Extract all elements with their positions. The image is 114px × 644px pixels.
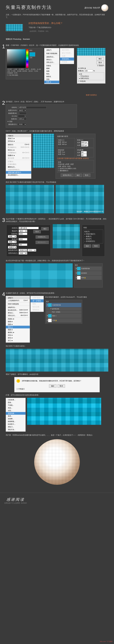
step2-text2: Ctrl+V（粘贴）然后重点来了，在对象里选择 创建对象马赛克，调整拼贴数量 (6, 130, 108, 132)
menu-create-mosaic[interactable]: 创建对象马赛克(J)... (6, 171, 31, 174)
step3-text2: 放大到100%显示如下图一样的颜色过渡，好像分辨线 = So，把最初的蓝色填充划… (6, 259, 108, 262)
mosaic-preview (33, 134, 54, 168)
footer-author: 蓝白白兔 与你分享 (84, 6, 100, 9)
cancel-button[interactable]: 取消 (96, 61, 104, 64)
mosaic-dialog[interactable]: 创建对象马赛克 当前大小: 宽度: 800 px 高度: 800 px 新建大小… (56, 134, 96, 179)
ok-button[interactable]: 确定 (49, 384, 56, 388)
step-number-2: 2 (2, 100, 5, 106)
object-menu[interactable]: 对象(O) 变换(T) ► 排列(A) ► 编组(G)Ctrl+G 取消编组(U… (6, 134, 31, 179)
menu-noise[interactable]: 杂色 ► (44, 80, 59, 83)
filter-menu-2[interactable]: 滤镜(T) 上次滤镜操作(F)Ctrl+F 转换为智能滤镜 滤镜库(G)... … (6, 296, 30, 343)
cancel-button[interactable]: 取消 (33, 230, 41, 233)
thanks-text: 感谢阅读 (4, 497, 27, 502)
layer-item[interactable]: 👁 蓝色填充 (75, 271, 102, 275)
step4-text4: 增加了滤镜后，你可以栅格化，ps会提示你 (6, 373, 108, 376)
layers-panel[interactable]: 图层 👁 矢量智能对象 👁 蓝色填充 👁 背景 🔒 (74, 263, 102, 288)
cancel-button[interactable]: 取消 (92, 244, 100, 248)
sharpen-submenu[interactable]: USM 锐化... 进一步锐化 锐化 锐化边缘 智能锐化... (30, 296, 44, 312)
warning-icon: ! (16, 379, 20, 383)
mosaic-result-2: 双击选中，看着敲之前杂色图层的功劳 XD (56, 185, 104, 213)
step-number-1: 1 (2, 44, 5, 50)
menu-sharpen-more[interactable]: 进一步锐化 (30, 299, 44, 302)
menu-sharpen[interactable]: 锐化 ► (6, 326, 30, 328)
sample-thumb (6, 24, 23, 31)
intro-p3: （如有雷同，不胜荣幸！XD） (28, 30, 63, 32)
cancel-button[interactable]: 取消 (58, 384, 65, 388)
step-number-4: 4 (2, 292, 5, 297)
step4-text5: 扩展：还可以继续给好的马赛克增加效果哦~ (6, 394, 108, 396)
required-software: 需要软件 Photoshop、Illustrator (0, 38, 114, 40)
ok-button[interactable]: 确定 (84, 244, 91, 248)
layers-panel-2[interactable]: 图层 👁 矢量智能对象 👁 ◉ 智能滤镜 👁 进一步锐化 👁 图层 1 👁 背景… (45, 300, 82, 324)
step4-text: 在滤镜中选择 进一步锐化，淘气的你可以试试其他的锐化效果哦~ (6, 292, 108, 294)
ok-button[interactable]: 确定 (96, 57, 104, 60)
layer-smart-obj[interactable]: 👁 矢量智能对象 (46, 303, 81, 307)
layer-smart-filter[interactable]: 👁 ◉ 智能滤镜 (46, 308, 81, 310)
menu-add-noise[interactable]: 添加杂色... (60, 58, 74, 60)
step1-text: 新建一个800*800（方的就行）的文件，选一个想要的颜色填充图层，在滤镜菜单中… (6, 44, 108, 46)
noise-dialog[interactable]: 确定 取消 ☑ 预览(P) ⊟ 100% ⊞ 数量(A): % 分布 ○ 平均分… (77, 56, 106, 84)
paste-dialog[interactable]: 粘贴 粘贴为: ● 智能对象(O) ○ 像素(X) ○ 路径(P) ○ 形状图层… (82, 225, 105, 256)
layer-item[interactable]: 👁 背景 🔒 (46, 318, 81, 322)
step2-text: 选中图层，Ctrl+A（全选）再Ctrl+C（复制），打开 Illustrato… (6, 100, 108, 103)
mosaic-enlarged (6, 263, 73, 288)
footer-avatar (101, 4, 108, 12)
artistic-menu[interactable]: 幻彩效果... 壁画... 干画笔... 木刻... 水彩... 海报边缘...… (6, 398, 26, 432)
intro-p2: 下面介绍一下兔主想到的办法~ (28, 26, 63, 29)
menu-poster-edges[interactable]: 海报边缘... (6, 412, 26, 415)
mosaic-final (6, 349, 108, 372)
step-number-3: 3 (2, 217, 5, 223)
step4-text6: 再扩展：利用Illustrator的创建对象马赛克还可以做到。。。 放进一个兔只… (6, 434, 108, 436)
mosaic-poster-effect (27, 398, 101, 425)
bunny-mosaic-image (34, 439, 80, 485)
amount-input[interactable] (84, 70, 93, 72)
color-gradient[interactable] (7, 49, 26, 68)
step2-text3: 然后 我们得到了矢量的马赛克图层 双击其中的方格，可以单独修改 (6, 181, 108, 184)
menu-filter[interactable]: 滤镜(T) (44, 49, 59, 52)
tile-h-input[interactable] (81, 154, 87, 156)
layer-item[interactable]: 👁 图层 1 (46, 314, 81, 318)
step4-text2: 双击智能对象图层，会回到 Illustrator中，可以进行修改 (45, 296, 87, 298)
step4-text3: 我们得到了矢量的马赛克~ (6, 345, 108, 347)
tile-note: 这里的数字是横向纵向的马赛克数量 按需而定 (57, 157, 94, 160)
mosaic-result-1 (6, 185, 54, 213)
layer-item[interactable]: 👁 矢量智能对象 (75, 266, 102, 271)
weibo-text: 信博这是个什么东西呀: 3k2904# (4, 502, 27, 504)
new-color-swatch (30, 52, 35, 56)
mosaic-sample-3 (53, 224, 80, 248)
hue-slider[interactable] (26, 49, 28, 68)
ps-new-dialog[interactable]: 名称(N): 确定 预设(P):自定 取消 宽度(W): 像素 存储预设(S).… (6, 225, 50, 256)
intro-question: 好想用做海报背景的，肿么办呢？ (28, 21, 63, 25)
tile-w-input[interactable] (81, 151, 87, 154)
color-values: 新的 当前 (30, 49, 35, 68)
noise-submenu[interactable]: 减少杂色... 蒙尘与划痕... 去斑 添加杂色... 中间值... (60, 48, 74, 64)
intro-p1: 之前，一位朋友提问，PS中的马赛克效果最大只能200像素一格，就算用最大值，效果… (6, 14, 108, 19)
ai-new-dialog[interactable]: 名称(N): 配置文件(P):[自定] 画板数量(M): 大小(S): 宽度(W… (6, 104, 77, 128)
color-picker[interactable]: 新的 当前 ○H:191° ○L:64 ○S:100% ○a:-23 ○B:83… (6, 48, 43, 79)
ok-button[interactable]: 确定 (41, 227, 49, 230)
layer-item[interactable]: 👁 背景 🔒 (75, 276, 102, 280)
layer-filter-item[interactable]: 👁 进一步锐化 (46, 310, 81, 314)
noise-note: 数量可按需而定 (6, 94, 97, 96)
mosaic-caption: 双击选中，看着敲之前杂色图层的功劳 XD (77, 211, 103, 213)
noise-preview: 确定 取消 ☑ 预览(P) ⊟ 100% ⊞ 数量(A): % 分布 ○ 平均分… (77, 48, 106, 75)
cancel-button[interactable]: 取消 (83, 174, 90, 177)
filter-menu[interactable]: 滤镜(T) 转换为智能滤镜 滤镜库(G)... 液化(L)... 消失点(V).… (44, 48, 60, 84)
ok-button[interactable]: 确定 (74, 174, 82, 177)
step3-text: 在ps中新建一个像素和分辨率很高的文件（按需而定），然后把图层导入ps里，选中图… (6, 218, 108, 223)
rasterize-alert[interactable]: ! 您即将栅格化智能对象。智能滤镜将在栅格化时应用，并且将不再可编辑。是否继续？… (14, 377, 100, 392)
